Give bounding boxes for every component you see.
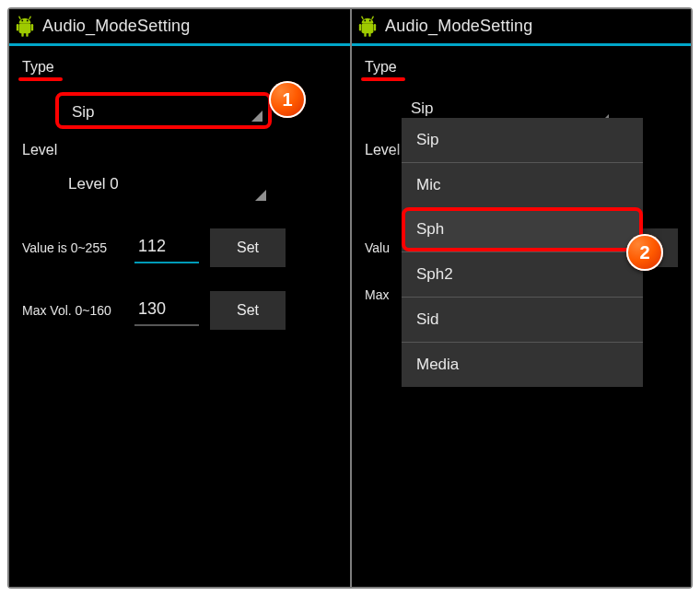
label-type-text: Type xyxy=(365,59,397,75)
svg-rect-5 xyxy=(18,16,21,19)
header: Audio_ModeSetting xyxy=(9,9,350,46)
label-level: Level xyxy=(9,129,350,162)
header: Audio_ModeSetting xyxy=(352,9,691,46)
dropdown-item-sph2[interactable]: Sph2 xyxy=(402,251,643,297)
dropdown-item-sid[interactable]: Sid xyxy=(402,297,643,342)
dropdown-item-sip[interactable]: Sip xyxy=(402,118,643,162)
spinner-caret-icon xyxy=(255,190,266,201)
svg-rect-4 xyxy=(26,32,28,37)
app-title: Audio_ModeSetting xyxy=(385,17,533,36)
svg-rect-9 xyxy=(362,23,374,33)
dropdown-item-sph[interactable]: Sph xyxy=(402,207,643,251)
svg-rect-14 xyxy=(361,16,364,19)
callout-underline-type xyxy=(361,77,405,81)
maxvol-range-label: Max Vol. 0~160 xyxy=(22,303,123,318)
level-spinner[interactable]: Level 0 xyxy=(55,168,272,205)
panel-left: Audio_ModeSetting Type Sip Level Level 0… xyxy=(9,9,350,587)
svg-rect-11 xyxy=(374,24,376,30)
svg-point-7 xyxy=(21,19,23,21)
value-range-label: Value is 0~255 xyxy=(22,240,123,255)
svg-rect-2 xyxy=(31,24,33,30)
label-type: Type xyxy=(352,46,408,79)
maxvol-input[interactable]: 130 xyxy=(134,296,199,326)
row-maxvol: Max Vol. 0~160 130 Set xyxy=(22,291,337,330)
callout-underline-type xyxy=(18,77,63,81)
type-dropdown: Sip Mic Sph Sph2 Sid Media xyxy=(402,118,643,387)
dropdown-item-mic[interactable]: Mic xyxy=(402,162,643,207)
svg-rect-1 xyxy=(17,24,18,30)
panel-right: Audio_ModeSetting Type Sip Level Valu Se… xyxy=(350,9,691,587)
type-spinner-value: Sip xyxy=(72,103,95,121)
android-icon xyxy=(15,15,35,39)
type-spinner[interactable]: Sip xyxy=(55,92,272,129)
label-type-text: Type xyxy=(22,59,54,75)
svg-point-8 xyxy=(27,19,29,21)
svg-point-17 xyxy=(369,19,371,21)
set-value-button[interactable]: Set xyxy=(210,228,286,267)
set-maxvol-button[interactable]: Set xyxy=(210,291,286,330)
type-spinner-value: Sip xyxy=(411,99,434,117)
svg-rect-0 xyxy=(19,23,31,33)
row-value: Value is 0~255 112 Set xyxy=(22,228,337,267)
spinner-caret-icon xyxy=(251,111,262,122)
app-title: Audio_ModeSetting xyxy=(42,17,191,36)
svg-rect-6 xyxy=(29,16,31,19)
callout-badge-2: 2 xyxy=(626,234,663,271)
svg-rect-10 xyxy=(359,24,361,30)
svg-rect-3 xyxy=(21,32,23,37)
svg-point-16 xyxy=(364,19,366,21)
dropdown-item-media[interactable]: Media xyxy=(402,342,643,387)
svg-rect-13 xyxy=(368,32,370,37)
value-input[interactable]: 112 xyxy=(134,233,199,263)
stage: Audio_ModeSetting Type Sip Level Level 0… xyxy=(7,7,693,589)
android-icon xyxy=(357,15,378,39)
svg-rect-15 xyxy=(371,16,374,19)
callout-badge-1: 1 xyxy=(269,81,306,118)
level-spinner-value: Level 0 xyxy=(68,175,119,193)
svg-rect-12 xyxy=(364,32,366,37)
label-type: Type xyxy=(9,46,65,79)
